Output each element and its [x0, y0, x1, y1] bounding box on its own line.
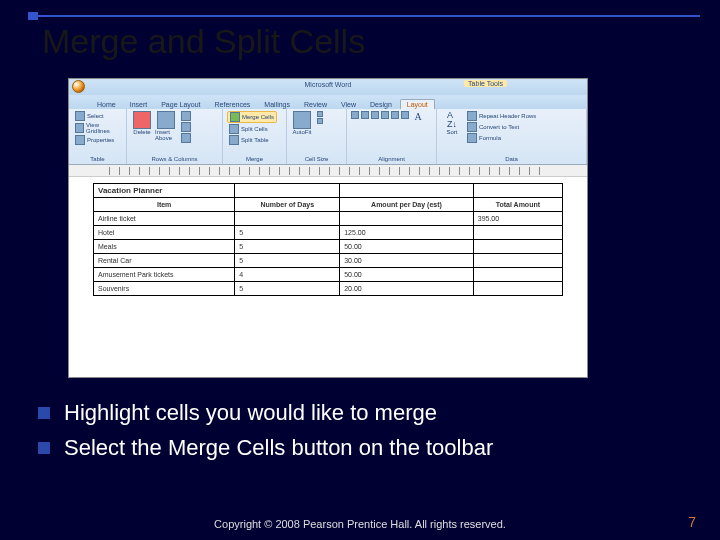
delete-button[interactable]: Delete: [131, 111, 153, 135]
bullet-text: Highlight cells you would like to merge: [64, 398, 437, 429]
ribbon-tabs: Home Insert Page Layout References Maili…: [69, 95, 587, 109]
col-total[interactable]: Total Amount: [473, 198, 562, 212]
ribbon-body: Select View Gridlines Properties Table D…: [69, 109, 587, 165]
insert-above-icon: [157, 111, 175, 129]
properties-button[interactable]: Properties: [73, 135, 122, 145]
tab-home[interactable]: Home: [91, 100, 122, 109]
width-icon: [317, 118, 323, 124]
bullet-icon: [38, 442, 50, 454]
group-table: Select View Gridlines Properties Table: [69, 109, 127, 164]
height-icon: [317, 111, 323, 117]
insert-below-icon: [181, 111, 191, 121]
contextual-tab-label: Table Tools: [464, 80, 507, 87]
table-row: Airline ticket395.00: [94, 212, 563, 226]
align-ml-button[interactable]: [381, 111, 389, 119]
tab-review[interactable]: Review: [298, 100, 333, 109]
insert-right-icon: [181, 133, 191, 143]
text-direction-icon: A: [414, 111, 421, 122]
merge-cells-button[interactable]: Merge Cells: [227, 111, 277, 123]
table-row: Vacation Planner: [94, 184, 563, 198]
copyright-footer: Copyright © 2008 Pearson Prentice Hall. …: [0, 518, 720, 530]
col-amount[interactable]: Amount per Day (est): [340, 198, 474, 212]
properties-icon: [75, 135, 85, 145]
tab-references[interactable]: References: [209, 100, 257, 109]
gridlines-icon: [75, 123, 84, 133]
ruler[interactable]: [69, 165, 587, 177]
delete-label: Delete: [133, 129, 150, 135]
select-label: Select: [87, 113, 104, 119]
sort-icon: AZ↓: [447, 111, 457, 129]
col-item[interactable]: Item: [94, 198, 235, 212]
table-row: Hotel5125.00: [94, 226, 563, 240]
tab-layout[interactable]: Layout: [400, 99, 435, 109]
insert-right-button[interactable]: [179, 133, 193, 143]
group-data: AZ↓Sort Repeat Header Rows Convert to Te…: [437, 109, 587, 164]
insert-left-icon: [181, 122, 191, 132]
insert-above-button[interactable]: Insert Above: [155, 111, 177, 141]
bullet-list: Highlight cells you would like to merge …: [38, 398, 690, 468]
repeat-header-button[interactable]: Repeat Header Rows: [465, 111, 538, 121]
split-table-icon: [229, 135, 239, 145]
word-screenshot: Microsoft Word Table Tools Home Insert P…: [68, 78, 588, 378]
formula-icon: [467, 133, 477, 143]
tab-insert[interactable]: Insert: [124, 100, 154, 109]
split-table-label: Split Table: [241, 137, 269, 143]
repeat-header-label: Repeat Header Rows: [479, 113, 536, 119]
repeat-header-icon: [467, 111, 477, 121]
group-data-label: Data: [441, 155, 582, 162]
convert-text-button[interactable]: Convert to Text: [465, 122, 538, 132]
page-number: 7: [688, 514, 696, 530]
table-title-cell[interactable]: Vacation Planner: [94, 184, 235, 198]
align-tc-button[interactable]: [361, 111, 369, 119]
sort-label: Sort: [446, 129, 457, 135]
tab-design[interactable]: Design: [364, 100, 398, 109]
text-direction-button[interactable]: A: [411, 111, 425, 122]
convert-icon: [467, 122, 477, 132]
autofit-button[interactable]: AutoFit: [291, 111, 313, 135]
width-stepper[interactable]: [315, 118, 325, 124]
height-stepper[interactable]: [315, 111, 325, 117]
group-cell-size: AutoFit Cell Size: [287, 109, 347, 164]
select-button[interactable]: Select: [73, 111, 122, 121]
tab-view[interactable]: View: [335, 100, 362, 109]
bullet-text: Select the Merge Cells button on the too…: [64, 433, 493, 464]
table-header-row: Item Number of Days Amount per Day (est)…: [94, 198, 563, 212]
align-tl-button[interactable]: [351, 111, 359, 119]
convert-label: Convert to Text: [479, 124, 519, 130]
formula-button[interactable]: Formula: [465, 133, 538, 143]
table-row: Souvenirs520.00: [94, 282, 563, 296]
gridlines-label: View Gridlines: [86, 122, 120, 134]
split-table-button[interactable]: Split Table: [227, 135, 277, 145]
properties-label: Properties: [87, 137, 114, 143]
title-rule-container: [28, 12, 700, 20]
group-alignment: A Alignment: [347, 109, 437, 164]
split-cells-label: Split Cells: [241, 126, 268, 132]
group-cell-size-label: Cell Size: [291, 155, 342, 162]
group-rows-columns-label: Rows & Columns: [131, 155, 218, 162]
table-row: Meals550.00: [94, 240, 563, 254]
group-merge-label: Merge: [227, 155, 282, 162]
group-rows-columns: Delete Insert Above Rows & Columns: [127, 109, 223, 164]
title-rule: [28, 15, 700, 17]
view-gridlines-button[interactable]: View Gridlines: [73, 122, 122, 134]
align-mr-button[interactable]: [401, 111, 409, 119]
insert-below-button[interactable]: [179, 111, 193, 121]
tab-mailings[interactable]: Mailings: [258, 100, 296, 109]
table-row: Amusement Park tickets450.00: [94, 268, 563, 282]
document-area[interactable]: Vacation Planner Item Number of Days Amo…: [69, 177, 587, 377]
align-tr-button[interactable]: [371, 111, 379, 119]
group-alignment-label: Alignment: [351, 155, 432, 162]
insert-left-button[interactable]: [179, 122, 193, 132]
vacation-table[interactable]: Vacation Planner Item Number of Days Amo…: [93, 183, 563, 296]
align-mc-button[interactable]: [391, 111, 399, 119]
split-cells-button[interactable]: Split Cells: [227, 124, 277, 134]
insert-above-label: Insert Above: [155, 129, 177, 141]
merge-cells-icon: [230, 112, 240, 122]
group-merge: Merge Cells Split Cells Split Table Merg…: [223, 109, 287, 164]
split-cells-icon: [229, 124, 239, 134]
bullet-item: Highlight cells you would like to merge: [38, 398, 690, 429]
sort-button[interactable]: AZ↓Sort: [441, 111, 463, 135]
tab-page-layout[interactable]: Page Layout: [155, 100, 206, 109]
col-days[interactable]: Number of Days: [235, 198, 340, 212]
autofit-icon: [293, 111, 311, 129]
